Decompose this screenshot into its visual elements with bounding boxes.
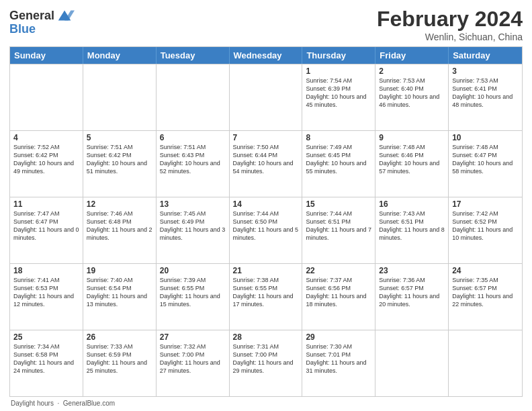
- day-number: 1: [306, 66, 371, 76]
- calendar-cell: 14Sunrise: 7:44 AM Sunset: 6:50 PM Dayli…: [230, 197, 303, 263]
- calendar-cell: 27Sunrise: 7:32 AM Sunset: 7:00 PM Dayli…: [157, 330, 230, 396]
- day-info: Sunrise: 7:50 AM Sunset: 6:44 PM Dayligh…: [233, 143, 299, 176]
- day-number: 7: [233, 133, 299, 142]
- day-of-week-header: Friday: [375, 47, 449, 64]
- calendar-cell: 28Sunrise: 7:31 AM Sunset: 7:00 PM Dayli…: [230, 330, 303, 396]
- calendar-cell: 17Sunrise: 7:42 AM Sunset: 6:52 PM Dayli…: [449, 197, 522, 263]
- day-number: 14: [233, 199, 299, 209]
- calendar-cell: 10Sunrise: 7:48 AM Sunset: 6:47 PM Dayli…: [449, 131, 522, 197]
- day-info: Sunrise: 7:48 AM Sunset: 6:47 PM Dayligh…: [452, 143, 519, 176]
- day-of-week-header: Monday: [83, 47, 157, 64]
- calendar-body: 1Sunrise: 7:54 AM Sunset: 6:39 PM Daylig…: [10, 64, 522, 396]
- day-info: Sunrise: 7:36 AM Sunset: 6:57 PM Dayligh…: [379, 276, 445, 309]
- calendar-cell: 22Sunrise: 7:37 AM Sunset: 6:56 PM Dayli…: [302, 264, 375, 330]
- day-info: Sunrise: 7:53 AM Sunset: 6:40 PM Dayligh…: [379, 77, 445, 109]
- calendar-row: 18Sunrise: 7:41 AM Sunset: 6:53 PM Dayli…: [10, 263, 522, 330]
- calendar-cell: 3Sunrise: 7:53 AM Sunset: 6:41 PM Daylig…: [449, 64, 522, 130]
- day-info: Sunrise: 7:44 AM Sunset: 6:50 PM Dayligh…: [233, 210, 299, 242]
- calendar-cell: 8Sunrise: 7:49 AM Sunset: 6:45 PM Daylig…: [302, 131, 375, 197]
- day-number: 29: [306, 332, 371, 342]
- calendar-cell: [83, 64, 157, 130]
- day-info: Sunrise: 7:49 AM Sunset: 6:45 PM Dayligh…: [306, 143, 371, 176]
- calendar-row: 11Sunrise: 7:47 AM Sunset: 6:47 PM Dayli…: [10, 197, 522, 263]
- day-of-week-header: Sunday: [10, 47, 83, 64]
- calendar-cell: 11Sunrise: 7:47 AM Sunset: 6:47 PM Dayli…: [10, 197, 83, 263]
- calendar-cell: 4Sunrise: 7:52 AM Sunset: 6:42 PM Daylig…: [10, 131, 83, 197]
- day-number: 3: [452, 66, 519, 76]
- day-info: Sunrise: 7:46 AM Sunset: 6:48 PM Dayligh…: [87, 210, 152, 242]
- calendar-cell: [157, 64, 230, 130]
- calendar-cell: [375, 330, 449, 396]
- calendar-cell: 29Sunrise: 7:30 AM Sunset: 7:01 PM Dayli…: [302, 330, 375, 396]
- day-number: 19: [87, 266, 152, 275]
- day-number: 12: [87, 199, 152, 209]
- day-number: 15: [306, 199, 371, 209]
- day-info: Sunrise: 7:35 AM Sunset: 6:57 PM Dayligh…: [452, 276, 519, 309]
- calendar: SundayMondayTuesdayWednesdayThursdayFrid…: [9, 46, 523, 397]
- day-number: 24: [452, 266, 519, 275]
- day-number: 27: [160, 332, 226, 342]
- day-number: 21: [233, 266, 299, 275]
- day-info: Sunrise: 7:39 AM Sunset: 6:55 PM Dayligh…: [160, 276, 226, 309]
- day-of-week-header: Saturday: [449, 47, 522, 64]
- day-info: Sunrise: 7:30 AM Sunset: 7:01 PM Dayligh…: [306, 342, 371, 375]
- day-info: Sunrise: 7:33 AM Sunset: 6:59 PM Dayligh…: [87, 342, 152, 375]
- month-year-title: February 2024: [377, 7, 523, 32]
- calendar-cell: [449, 330, 522, 396]
- calendar-cell: [10, 64, 83, 130]
- day-info: Sunrise: 7:45 AM Sunset: 6:49 PM Dayligh…: [160, 210, 226, 242]
- location-subtitle: Wenlin, Sichuan, China: [377, 32, 523, 42]
- day-info: Sunrise: 7:37 AM Sunset: 6:56 PM Dayligh…: [306, 276, 371, 309]
- day-info: Sunrise: 7:32 AM Sunset: 7:00 PM Dayligh…: [160, 342, 226, 375]
- calendar-header: SundayMondayTuesdayWednesdayThursdayFrid…: [10, 47, 522, 64]
- day-of-week-header: Tuesday: [157, 47, 230, 64]
- title-block: February 2024 Wenlin, Sichuan, China: [377, 7, 523, 42]
- day-number: 22: [306, 266, 371, 275]
- calendar-cell: 12Sunrise: 7:46 AM Sunset: 6:48 PM Dayli…: [83, 197, 157, 263]
- calendar-cell: 5Sunrise: 7:51 AM Sunset: 6:42 PM Daylig…: [83, 131, 157, 197]
- calendar-cell: 13Sunrise: 7:45 AM Sunset: 6:49 PM Dayli…: [157, 197, 230, 263]
- calendar-cell: [230, 64, 303, 130]
- calendar-cell: 16Sunrise: 7:43 AM Sunset: 6:51 PM Dayli…: [375, 197, 449, 263]
- day-number: 16: [379, 199, 445, 209]
- day-info: Sunrise: 7:54 AM Sunset: 6:39 PM Dayligh…: [306, 77, 371, 109]
- calendar-cell: 25Sunrise: 7:34 AM Sunset: 6:58 PM Dayli…: [10, 330, 83, 396]
- day-info: Sunrise: 7:51 AM Sunset: 6:43 PM Dayligh…: [160, 143, 226, 176]
- day-number: 4: [13, 133, 79, 142]
- day-info: Sunrise: 7:40 AM Sunset: 6:54 PM Dayligh…: [87, 276, 152, 309]
- day-info: Sunrise: 7:38 AM Sunset: 6:55 PM Dayligh…: [233, 276, 299, 309]
- calendar-cell: 24Sunrise: 7:35 AM Sunset: 6:57 PM Dayli…: [449, 264, 522, 330]
- day-number: 17: [452, 199, 519, 209]
- logo-icon: [56, 7, 75, 26]
- day-number: 10: [452, 133, 519, 142]
- daylight-hours-label: Daylight hours: [11, 400, 54, 407]
- calendar-cell: 7Sunrise: 7:50 AM Sunset: 6:44 PM Daylig…: [230, 131, 303, 197]
- calendar-cell: 9Sunrise: 7:48 AM Sunset: 6:46 PM Daylig…: [375, 131, 449, 197]
- calendar-cell: 23Sunrise: 7:36 AM Sunset: 6:57 PM Dayli…: [375, 264, 449, 330]
- day-info: Sunrise: 7:41 AM Sunset: 6:53 PM Dayligh…: [13, 276, 79, 309]
- day-info: Sunrise: 7:51 AM Sunset: 6:42 PM Dayligh…: [87, 143, 152, 176]
- calendar-cell: 20Sunrise: 7:39 AM Sunset: 6:55 PM Dayli…: [157, 264, 230, 330]
- calendar-cell: 6Sunrise: 7:51 AM Sunset: 6:43 PM Daylig…: [157, 131, 230, 197]
- day-info: Sunrise: 7:47 AM Sunset: 6:47 PM Dayligh…: [13, 210, 79, 242]
- footer: Daylight hours · GeneralBlue.com: [9, 400, 523, 407]
- calendar-cell: 21Sunrise: 7:38 AM Sunset: 6:55 PM Dayli…: [230, 264, 303, 330]
- day-of-week-header: Wednesday: [230, 47, 303, 64]
- day-number: 23: [379, 266, 445, 275]
- calendar-cell: 19Sunrise: 7:40 AM Sunset: 6:54 PM Dayli…: [83, 264, 157, 330]
- calendar-cell: 26Sunrise: 7:33 AM Sunset: 6:59 PM Dayli…: [83, 330, 157, 396]
- page-header: General Blue February 2024 Wenlin, Sichu…: [9, 7, 523, 42]
- day-of-week-header: Thursday: [302, 47, 375, 64]
- calendar-cell: 15Sunrise: 7:44 AM Sunset: 6:51 PM Dayli…: [302, 197, 375, 263]
- day-number: 26: [87, 332, 152, 342]
- day-number: 6: [160, 133, 226, 142]
- day-info: Sunrise: 7:48 AM Sunset: 6:46 PM Dayligh…: [379, 143, 445, 176]
- calendar-row: 4Sunrise: 7:52 AM Sunset: 6:42 PM Daylig…: [10, 130, 522, 197]
- logo: General Blue: [9, 7, 75, 36]
- day-number: 9: [379, 133, 445, 142]
- day-info: Sunrise: 7:52 AM Sunset: 6:42 PM Dayligh…: [13, 143, 79, 176]
- day-info: Sunrise: 7:53 AM Sunset: 6:41 PM Dayligh…: [452, 77, 519, 109]
- day-number: 13: [160, 199, 226, 209]
- site-label: GeneralBlue.com: [63, 400, 115, 407]
- calendar-cell: 1Sunrise: 7:54 AM Sunset: 6:39 PM Daylig…: [302, 64, 375, 130]
